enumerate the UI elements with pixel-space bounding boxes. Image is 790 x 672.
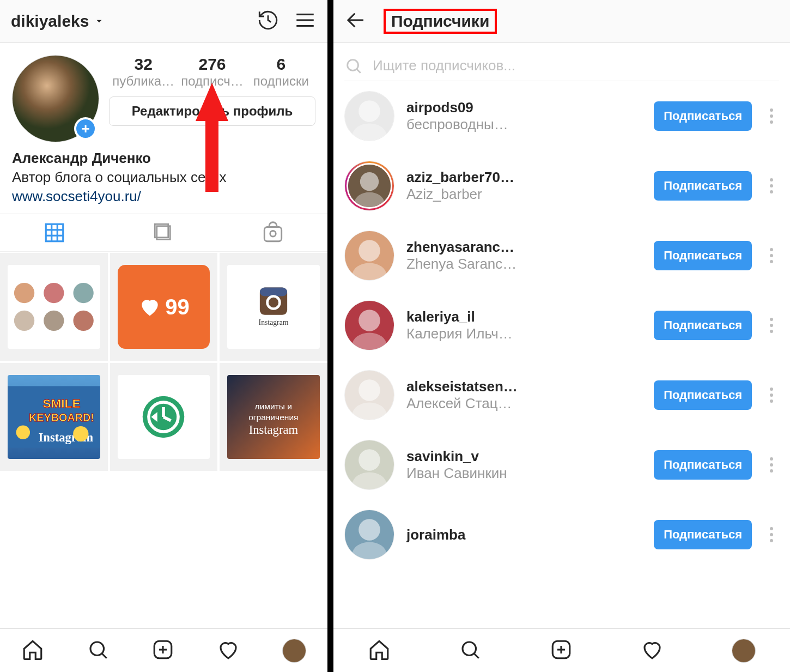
- follower-username: kaleriya_il: [406, 308, 642, 325]
- svg-text:ограничения: ограничения: [249, 413, 299, 422]
- svg-point-64: [358, 449, 380, 471]
- follower-subtitle: Zhenya Saranc…: [406, 256, 642, 273]
- follow-button[interactable]: Подписаться: [654, 311, 752, 340]
- svg-rect-12: [264, 227, 282, 241]
- svg-line-47: [357, 69, 361, 72]
- follower-avatar[interactable]: [344, 161, 394, 211]
- more-options-icon[interactable]: [764, 108, 779, 124]
- more-options-icon[interactable]: [764, 178, 779, 193]
- follow-button[interactable]: Подписаться: [654, 520, 752, 549]
- svg-rect-74: [732, 639, 755, 662]
- thumb-instagram-logo: Instagram: [254, 285, 293, 329]
- tab-grid[interactable]: [0, 214, 109, 251]
- more-options-icon[interactable]: [764, 527, 779, 542]
- follower-avatar[interactable]: [344, 510, 394, 560]
- tab-tagged[interactable]: [218, 214, 327, 251]
- stat-following[interactable]: 6 подписки: [247, 55, 315, 89]
- followers-search[interactable]: [344, 51, 779, 81]
- follower-avatar[interactable]: [344, 440, 394, 490]
- follower-row[interactable]: alekseistatsen…Алексей Стац…Подписаться: [333, 360, 790, 430]
- profile-screen: dikiyaleks + 32 пуб: [0, 0, 327, 672]
- activity-history-icon[interactable]: [257, 9, 279, 34]
- add-story-plus-icon[interactable]: +: [74, 117, 97, 140]
- more-options-icon[interactable]: [764, 457, 779, 473]
- followers-header: Подписчики: [333, 0, 790, 43]
- follow-button[interactable]: Подписаться: [654, 101, 752, 131]
- profile-tabs: [0, 214, 327, 252]
- follow-button[interactable]: Подписаться: [654, 171, 752, 201]
- search-input[interactable]: [373, 57, 779, 74]
- followers-list: airpods09беспроводны…Подписатьсяaziz_bar…: [333, 81, 790, 628]
- stat-posts[interactable]: 32 публика…: [109, 55, 178, 89]
- stat-followers[interactable]: 276 подписч…: [178, 55, 246, 89]
- nav-home-icon[interactable]: [368, 638, 391, 663]
- follower-row[interactable]: savinkin_vИван СавинкинПодписаться: [333, 430, 790, 500]
- svg-text:Instagram: Instagram: [249, 423, 299, 437]
- svg-point-18: [44, 311, 64, 331]
- follower-username: zhenyasaranc…: [406, 239, 642, 256]
- post-thumb[interactable]: 99: [110, 253, 218, 361]
- svg-point-55: [358, 240, 380, 262]
- follower-row[interactable]: kaleriya_ilКалерия Ильч…Подписаться: [333, 290, 790, 360]
- post-thumb[interactable]: SMILE KEYBOARD! Instagram: [0, 363, 108, 471]
- svg-text:KEYBOARD!: KEYBOARD!: [29, 412, 94, 424]
- followers-count: 276: [178, 55, 246, 74]
- thumb-people-collage: [8, 265, 100, 349]
- svg-point-29: [73, 426, 88, 441]
- thumb-limits-sunset: лимиты и ограничения Instagram: [227, 375, 320, 459]
- profile-avatar[interactable]: +: [12, 55, 99, 142]
- nav-profile-avatar[interactable]: [732, 639, 756, 663]
- follower-avatar[interactable]: [344, 231, 394, 281]
- svg-point-15: [44, 283, 64, 303]
- follower-row[interactable]: zhenyasaranc…Zhenya Saranc…Подписаться: [333, 221, 790, 290]
- more-options-icon[interactable]: [764, 318, 779, 333]
- nav-add-icon[interactable]: [550, 638, 573, 663]
- post-thumb[interactable]: Instagram: [220, 253, 327, 361]
- followers-screen: Подписчики airpods09беспроводны…Подписат…: [333, 0, 790, 672]
- nav-activity-icon[interactable]: [641, 638, 664, 663]
- username-dropdown[interactable]: dikiyaleks: [11, 12, 104, 31]
- follower-avatar[interactable]: [344, 91, 394, 141]
- bio-link[interactable]: www.socseti4you.ru/: [12, 187, 315, 206]
- nav-search-icon[interactable]: [459, 638, 482, 663]
- follower-username: alekseistatsen…: [406, 378, 642, 395]
- search-icon: [344, 57, 363, 75]
- svg-rect-21: [260, 288, 287, 296]
- follow-button[interactable]: Подписаться: [654, 380, 752, 410]
- follower-subtitle: Калерия Ильч…: [406, 325, 642, 342]
- followers-title: Подписчики: [391, 12, 489, 30]
- heart-icon: [138, 295, 162, 319]
- more-options-icon[interactable]: [764, 388, 779, 403]
- tab-feed[interactable]: [109, 214, 218, 251]
- post-thumb[interactable]: лимиты и ограничения Instagram: [220, 363, 327, 471]
- edit-profile-button[interactable]: Редактировать профиль: [109, 96, 315, 126]
- nav-add-icon[interactable]: [151, 638, 174, 663]
- follower-avatar[interactable]: [344, 370, 394, 420]
- svg-point-61: [358, 379, 380, 401]
- following-label: подписки: [247, 74, 315, 89]
- follower-row[interactable]: joraimbaПодписаться: [333, 500, 790, 570]
- post-thumb[interactable]: [110, 363, 218, 471]
- nav-profile-avatar[interactable]: [282, 639, 306, 663]
- nav-search-icon[interactable]: [87, 638, 110, 663]
- svg-point-17: [14, 311, 34, 331]
- thumb-smile-keyboard: SMILE KEYBOARD! Instagram: [8, 375, 100, 459]
- feed-icon: [152, 221, 175, 244]
- svg-point-19: [73, 311, 93, 331]
- post-thumb[interactable]: [0, 253, 108, 361]
- nav-activity-icon[interactable]: [217, 638, 240, 663]
- hamburger-menu-icon[interactable]: [294, 9, 317, 34]
- svg-rect-5: [46, 225, 63, 242]
- follower-row[interactable]: airpods09беспроводны…Подписаться: [333, 81, 790, 151]
- nav-home-icon[interactable]: [21, 638, 44, 663]
- back-arrow-icon[interactable]: [344, 9, 367, 34]
- follow-button[interactable]: Подписаться: [654, 241, 752, 270]
- follower-avatar[interactable]: [344, 300, 394, 350]
- bottom-nav: [333, 628, 790, 672]
- follower-row[interactable]: aziz_barber70…Aziz_barberПодписаться: [333, 151, 790, 221]
- svg-point-39: [90, 642, 104, 656]
- more-options-icon[interactable]: [764, 248, 779, 263]
- follow-button[interactable]: Подписаться: [654, 450, 752, 480]
- posts-label: публика…: [109, 74, 178, 89]
- svg-point-69: [463, 642, 476, 656]
